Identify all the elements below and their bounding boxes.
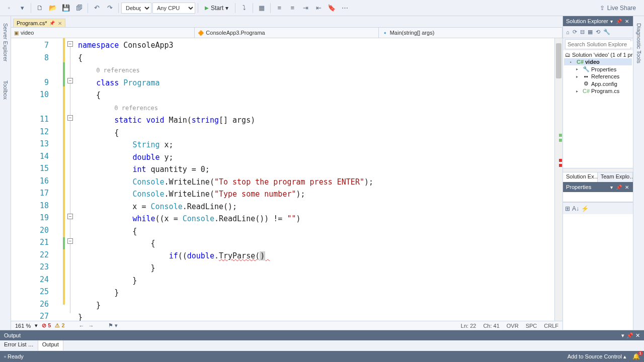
properties-grid[interactable] bbox=[563, 214, 633, 330]
flag-icon[interactable]: ⚑ ▾ bbox=[108, 322, 118, 329]
indent-icon[interactable]: ⇥ bbox=[299, 2, 311, 14]
close-icon[interactable]: ✕ bbox=[624, 19, 630, 24]
error-count[interactable]: ⊘ 5 bbox=[42, 322, 51, 329]
code-editor[interactable]: 78 910 111213141516171819202122232425262… bbox=[11, 38, 562, 321]
misc-icon[interactable]: ⋯ bbox=[339, 2, 351, 14]
notification-icon[interactable]: 🔔 bbox=[632, 353, 640, 360]
outdent-icon[interactable]: ⇤ bbox=[312, 2, 325, 14]
main-toolbar: ◦ ▾ 🗋 📂 💾 🗐 ↶ ↷ Debug Any CPU ▶Start ▾ ⤵… bbox=[0, 0, 644, 16]
references-node[interactable]: ▸▪▪References bbox=[564, 73, 632, 80]
line-gutter: 78 910 111213141516171819202122232425262… bbox=[11, 38, 64, 321]
refresh-icon[interactable]: ⟳ bbox=[572, 28, 578, 36]
zoom-level[interactable]: 161 % bbox=[15, 323, 31, 329]
programcs-node[interactable]: ▸C#Program.cs bbox=[564, 87, 632, 95]
forward-icon[interactable]: ▾ bbox=[16, 2, 28, 14]
left-dock: Server Explorer Toolbox bbox=[0, 16, 11, 330]
references-icon: ▪▪ bbox=[583, 73, 590, 79]
config-select[interactable]: Debug bbox=[121, 3, 151, 14]
pin-icon[interactable]: 📌 bbox=[615, 185, 623, 190]
pin-icon[interactable]: 📌 bbox=[615, 19, 623, 24]
comment-icon[interactable]: ≡ bbox=[273, 2, 285, 14]
warning-count[interactable]: ⚠ 2 bbox=[55, 322, 64, 329]
line-ending[interactable]: CRLF bbox=[544, 323, 558, 329]
share-icon: ⇪ bbox=[600, 5, 605, 12]
open-icon[interactable]: 📂 bbox=[47, 2, 59, 14]
categorize-icon[interactable]: ⊞ bbox=[565, 205, 570, 212]
undo-icon[interactable]: ↶ bbox=[91, 2, 103, 14]
caret-line: Ln: 22 bbox=[461, 323, 476, 329]
project-node[interactable]: ▪C#video bbox=[564, 58, 632, 65]
scrollbar-vertical[interactable] bbox=[554, 38, 562, 321]
redo-icon[interactable]: ↷ bbox=[104, 2, 116, 14]
server-explorer-tab[interactable]: Server Explorer bbox=[2, 21, 10, 63]
bookmark-icon[interactable]: 🔖 bbox=[326, 2, 338, 14]
class-select[interactable]: 🔶ConsoleApp3.Programa bbox=[195, 28, 378, 38]
method-icon: 🔹 bbox=[382, 30, 388, 36]
properties-header: Properties ▾📌✕ bbox=[563, 182, 633, 192]
pin-icon[interactable]: 📌 bbox=[626, 332, 633, 339]
solution-explorer-header: Solution Explorer ▾📌✕ bbox=[563, 16, 633, 26]
sync-icon[interactable]: ⟲ bbox=[595, 28, 601, 36]
csharp-icon: C# bbox=[577, 59, 584, 65]
dropdown-icon[interactable]: ▾ bbox=[609, 19, 614, 24]
diagnostic-tools-tab[interactable]: Diagnostic Tools bbox=[635, 21, 643, 65]
toolbox-tab[interactable]: Toolbox bbox=[2, 78, 10, 102]
bottom-dock: Output ▾📌✕ Error List … Output bbox=[0, 330, 644, 351]
editor-area: Program.cs* 📌 ✕ ▣video 🔶ConsoleApp3.Prog… bbox=[11, 16, 562, 330]
show-icon[interactable]: ▦ bbox=[587, 28, 594, 36]
file-tab[interactable]: Program.cs* 📌 ✕ bbox=[13, 19, 65, 27]
ovr-mode[interactable]: OVR bbox=[507, 323, 519, 329]
wrench-icon[interactable]: 🔧 bbox=[602, 28, 611, 36]
tab-team-explorer[interactable]: Team Explo… bbox=[598, 172, 633, 182]
csfile-icon: C# bbox=[583, 88, 590, 94]
dropdown-icon[interactable]: ▾ bbox=[621, 332, 624, 339]
solution-root[interactable]: 🗂Solution 'video' (1 of 1 pr bbox=[564, 51, 632, 58]
properties-selector[interactable] bbox=[563, 192, 633, 202]
close-icon[interactable]: ✕ bbox=[635, 332, 640, 339]
file-tab-strip: Program.cs* 📌 ✕ bbox=[11, 16, 562, 27]
dropdown-icon[interactable]: ▾ bbox=[609, 185, 614, 190]
events-icon[interactable]: ⚡ bbox=[581, 205, 589, 212]
new-icon[interactable]: 🗋 bbox=[34, 2, 46, 14]
platform-select[interactable]: Any CPU bbox=[152, 3, 195, 14]
tab-error-list[interactable]: Error List … bbox=[0, 340, 38, 350]
nav-back-icon[interactable]: ← bbox=[79, 323, 85, 329]
caret-col: Ch: 41 bbox=[483, 323, 499, 329]
solution-search[interactable]: 🔍 bbox=[565, 39, 631, 49]
pin-icon[interactable]: 📌 bbox=[49, 21, 55, 26]
search-input[interactable] bbox=[568, 41, 637, 47]
member-select[interactable]: 🔹Main(string[] args) bbox=[379, 28, 562, 38]
properties-toolbar: ⊞ A↓ ⚡ bbox=[563, 202, 633, 214]
output-tabs: Error List … Output bbox=[0, 340, 644, 350]
solution-toolbar: ⌂ ⟳ ⊟ ▦ ⟲ 🔧 bbox=[563, 26, 633, 38]
wrench-icon: 🔧 bbox=[583, 66, 590, 72]
output-header: Output ▾📌✕ bbox=[0, 330, 644, 340]
live-share-button[interactable]: ⇪Live Share bbox=[595, 5, 641, 12]
tab-output[interactable]: Output bbox=[38, 340, 63, 350]
editor-status-bar: 161 % ▾ ⊘ 5 ⚠ 2 ← → ⚑ ▾ Ln: 22 Ch: 41 OV… bbox=[11, 321, 562, 330]
project-icon: ▣ bbox=[14, 30, 19, 36]
appconfig-node[interactable]: ⚙App.config bbox=[564, 80, 632, 87]
start-button[interactable]: ▶Start ▾ bbox=[201, 3, 232, 14]
save-all-icon[interactable]: 🗐 bbox=[73, 2, 85, 14]
scope-select[interactable]: ▣video bbox=[11, 28, 195, 38]
collapse-icon[interactable]: ⊟ bbox=[579, 28, 586, 36]
right-edge-dock: Diagnostic Tools bbox=[633, 16, 644, 330]
save-icon[interactable]: 💾 bbox=[60, 2, 72, 14]
step-icon[interactable]: ⤵ bbox=[238, 2, 250, 14]
status-ready: ▫ Ready bbox=[4, 353, 24, 359]
spc-mode[interactable]: SPC bbox=[526, 323, 537, 329]
home-icon[interactable]: ⌂ bbox=[565, 28, 571, 36]
uncomment-icon[interactable]: ≡ bbox=[286, 2, 298, 14]
close-icon[interactable]: ✕ bbox=[58, 21, 62, 26]
class-icon: 🔶 bbox=[198, 30, 204, 36]
tab-solution-explorer[interactable]: Solution Ex… bbox=[563, 172, 598, 182]
solution-tree[interactable]: 🗂Solution 'video' (1 of 1 pr ▪C#video ▸🔧… bbox=[563, 50, 633, 168]
alpha-icon[interactable]: A↓ bbox=[572, 205, 579, 212]
properties-node[interactable]: ▸🔧Properties bbox=[564, 65, 632, 73]
close-icon[interactable]: ✕ bbox=[624, 185, 630, 190]
nav-fwd-icon[interactable]: → bbox=[89, 323, 94, 329]
source-control-button[interactable]: Add to Source Control ▴ bbox=[568, 353, 626, 360]
back-icon[interactable]: ◦ bbox=[3, 2, 15, 14]
tool-icon[interactable]: ▦ bbox=[256, 2, 268, 14]
